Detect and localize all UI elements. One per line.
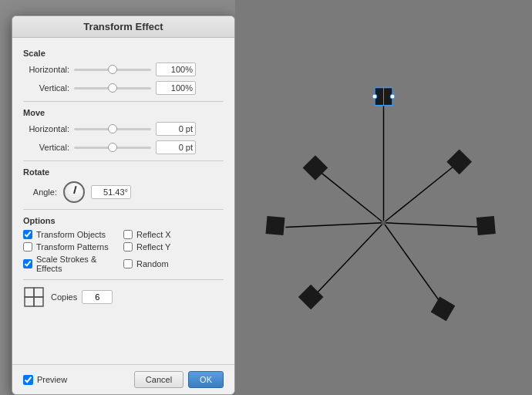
scale-strokes-label: Scale Strokes & Effects — [36, 255, 123, 273]
transform-patterns-label: Transform Patterns — [36, 242, 109, 252]
rotate-section-label: Rotate — [23, 167, 224, 177]
svg-rect-18 — [476, 216, 496, 235]
reflect-x-checkbox[interactable] — [123, 230, 133, 239]
copies-label: Copies — [51, 292, 77, 302]
move-vertical-input[interactable] — [156, 140, 196, 154]
svg-rect-2 — [25, 297, 34, 306]
transform-effect-dialog: Transform Effect Scale Horizontal: Verti… — [12, 15, 235, 395]
svg-line-13 — [313, 223, 383, 297]
scale-horizontal-slider[interactable] — [74, 69, 151, 71]
svg-line-15 — [384, 223, 443, 306]
preview-checkbox[interactable] — [23, 375, 33, 385]
svg-line-9 — [317, 169, 384, 222]
angle-input[interactable] — [91, 185, 131, 199]
ok-button[interactable]: OK — [188, 371, 224, 388]
options-section-label: Options — [23, 216, 224, 225]
preview-label: Preview — [37, 375, 67, 384]
reflect-y-label: Reflect Y — [136, 242, 170, 252]
svg-point-6 — [372, 94, 377, 99]
transform-objects-checkbox-row[interactable]: Transform Objects — [23, 230, 123, 239]
svg-rect-20 — [446, 149, 472, 174]
svg-rect-3 — [34, 297, 43, 306]
svg-rect-16 — [431, 297, 456, 322]
scale-section-label: Scale — [23, 49, 224, 58]
move-horizontal-input[interactable] — [156, 122, 196, 136]
move-section-label: Move — [23, 108, 224, 117]
reflect-y-checkbox-row[interactable]: Reflect Y — [123, 242, 224, 252]
reflect-x-label: Reflect X — [136, 230, 171, 239]
svg-rect-0 — [25, 288, 34, 297]
artwork-canvas — [235, 0, 532, 395]
move-horizontal-label: Horizontal: — [23, 124, 69, 133]
copies-icon — [23, 286, 45, 308]
svg-line-11 — [285, 223, 383, 228]
move-vertical-slider[interactable] — [74, 147, 151, 149]
scale-vertical-input[interactable] — [156, 81, 196, 95]
rotate-angle-row: Angle: — [23, 181, 224, 203]
transform-objects-label: Transform Objects — [36, 230, 106, 239]
svg-rect-1 — [34, 288, 43, 297]
transform-patterns-checkbox[interactable] — [23, 242, 32, 252]
reflect-y-checkbox[interactable] — [123, 242, 133, 252]
scale-vertical-row: Vertical: — [23, 81, 224, 95]
svg-line-19 — [384, 162, 460, 223]
canvas-area — [235, 0, 532, 395]
move-vertical-row: Vertical: — [23, 140, 224, 154]
dialog-footer: Preview Cancel OK — [12, 364, 234, 394]
dialog-title: Transform Effect — [12, 16, 234, 38]
cancel-button[interactable]: Cancel — [134, 371, 184, 388]
svg-point-21 — [382, 221, 386, 225]
scale-horizontal-input[interactable] — [156, 62, 196, 76]
scale-strokes-checkbox[interactable] — [23, 259, 32, 268]
move-vertical-label: Vertical: — [23, 143, 69, 152]
scale-strokes-checkbox-row[interactable]: Scale Strokes & Effects — [23, 255, 123, 273]
scale-vertical-label: Vertical: — [23, 83, 69, 93]
angle-label: Angle: — [23, 187, 57, 197]
random-checkbox[interactable] — [123, 259, 133, 268]
random-label: Random — [136, 259, 169, 268]
scale-horizontal-label: Horizontal: — [23, 65, 69, 74]
svg-line-17 — [384, 223, 485, 228]
scale-horizontal-row: Horizontal: — [23, 62, 224, 76]
copies-input[interactable] — [82, 290, 113, 304]
svg-rect-12 — [265, 216, 285, 235]
angle-dial[interactable] — [63, 181, 85, 203]
options-grid: Transform Objects Reflect X Transform Pa… — [23, 230, 224, 273]
reflect-x-checkbox-row[interactable]: Reflect X — [123, 230, 224, 239]
move-horizontal-slider[interactable] — [74, 128, 151, 130]
preview-checkbox-row[interactable]: Preview — [23, 375, 130, 385]
copies-row: Copies — [23, 286, 224, 308]
scale-vertical-slider[interactable] — [74, 87, 151, 89]
svg-rect-10 — [303, 155, 328, 181]
svg-rect-14 — [298, 285, 324, 310]
transform-patterns-checkbox-row[interactable]: Transform Patterns — [23, 242, 123, 252]
svg-point-7 — [390, 94, 395, 99]
transform-objects-checkbox[interactable] — [23, 230, 32, 239]
random-checkbox-row[interactable]: Random — [123, 255, 224, 273]
move-horizontal-row: Horizontal: — [23, 122, 224, 136]
dialog-body: Scale Horizontal: Vertical: Move Horizon… — [12, 38, 234, 364]
